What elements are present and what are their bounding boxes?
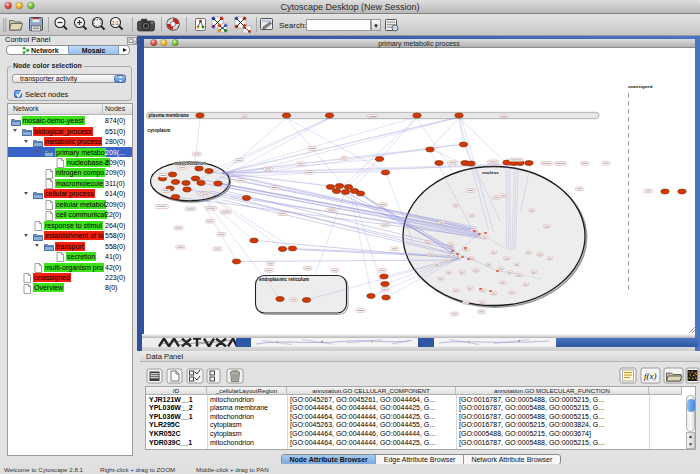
svg-text:plasma membrane: plasma membrane	[148, 113, 189, 118]
svg-text:mitochondrion: mitochondrion	[174, 160, 206, 165]
svg-text:1:1: 1:1	[112, 20, 119, 26]
svg-text:endoplasmic reticulum: endoplasmic reticulum	[259, 277, 309, 282]
svg-text:unassigned: unassigned	[628, 84, 653, 89]
svg-text:cytoplasm: cytoplasm	[147, 128, 170, 133]
svg-text:f(x): f(x)	[644, 371, 657, 381]
svg-text:nucleus: nucleus	[482, 170, 499, 175]
